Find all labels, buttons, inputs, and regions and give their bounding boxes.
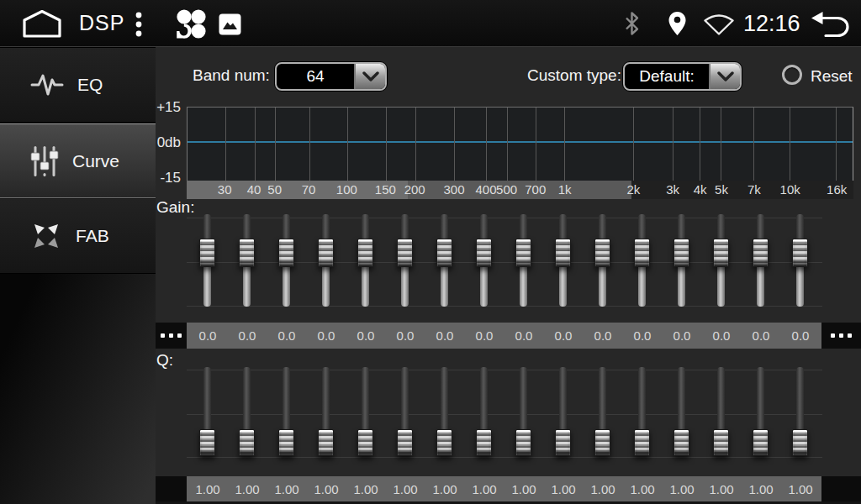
chevron-down-icon[interactable] [354, 64, 385, 89]
gain-slider[interactable] [753, 214, 769, 307]
slider-track-lower[interactable] [362, 265, 369, 307]
q-slider-knob[interactable] [318, 429, 334, 456]
gallery-icon[interactable] [219, 13, 241, 35]
sidebar-item-curve[interactable]: Curve [0, 123, 156, 198]
slider-track-upper[interactable] [203, 367, 211, 431]
slider-track-lower[interactable] [322, 265, 330, 307]
chevron-down-icon[interactable] [709, 64, 740, 89]
slider-track-lower[interactable] [203, 265, 211, 307]
q-slider[interactable] [713, 367, 730, 458]
gain-slider[interactable] [357, 214, 374, 307]
slider-track-upper[interactable] [599, 214, 606, 241]
slider-track-upper[interactable] [599, 367, 606, 431]
gain-scroll-right-button[interactable] [821, 323, 861, 349]
q-slider-knob[interactable] [436, 429, 452, 456]
q-slider[interactable] [476, 367, 493, 458]
slider-track-upper[interactable] [520, 367, 527, 431]
q-slider-knob[interactable] [397, 429, 413, 456]
sidebar-item-fab[interactable]: FAB [0, 199, 156, 274]
slider-track-upper[interactable] [520, 214, 527, 241]
q-slider[interactable] [555, 367, 572, 458]
slider-track-upper[interactable] [480, 214, 488, 241]
slider-track-lower[interactable] [796, 265, 804, 307]
slider-track-upper[interactable] [796, 367, 804, 431]
slider-track-upper[interactable] [796, 214, 804, 241]
q-slider-knob[interactable] [673, 429, 689, 456]
slider-track-lower[interactable] [757, 265, 764, 307]
slider-track-lower[interactable] [520, 265, 527, 307]
slider-track-upper[interactable] [638, 367, 646, 431]
apps-clover-icon[interactable] [176, 9, 207, 39]
slider-track-lower[interactable] [638, 265, 646, 307]
band-num-dropdown[interactable]: 64 [275, 62, 387, 91]
slider-track-lower[interactable] [678, 265, 685, 307]
gain-slider-knob[interactable] [397, 239, 413, 267]
slider-track-lower[interactable] [243, 265, 251, 307]
q-slider-knob[interactable] [476, 429, 492, 456]
gain-slider[interactable] [278, 214, 295, 307]
slider-track-lower[interactable] [401, 265, 409, 307]
slider-track-upper[interactable] [362, 367, 369, 431]
gain-slider-knob[interactable] [278, 239, 294, 267]
slider-track-upper[interactable] [757, 367, 764, 431]
gain-scroll-left-button[interactable] [156, 323, 187, 349]
q-slider[interactable] [318, 367, 335, 458]
q-slider-knob[interactable] [753, 429, 769, 456]
reset-radio-button[interactable] [782, 65, 802, 85]
gain-slider[interactable] [397, 214, 414, 307]
q-slider[interactable] [634, 367, 651, 458]
gain-slider[interactable] [515, 214, 532, 307]
q-slider[interactable] [436, 367, 453, 458]
q-slider-knob[interactable] [792, 429, 808, 456]
q-slider[interactable] [673, 367, 690, 458]
gain-slider-knob[interactable] [634, 239, 650, 267]
slider-track-upper[interactable] [322, 367, 330, 431]
sidebar-item-eq[interactable]: EQ [0, 48, 156, 123]
gain-slider-knob[interactable] [239, 239, 255, 267]
slider-track-upper[interactable] [678, 214, 685, 241]
gain-slider[interactable] [792, 214, 809, 307]
gain-slider-knob[interactable] [515, 239, 531, 267]
slider-track-lower[interactable] [559, 265, 567, 307]
q-slider-knob[interactable] [555, 429, 571, 456]
slider-track-upper[interactable] [243, 214, 251, 241]
q-slider[interactable] [357, 367, 374, 458]
q-slider[interactable] [278, 367, 295, 458]
q-slider-knob[interactable] [239, 429, 255, 456]
gain-slider[interactable] [634, 214, 651, 307]
q-slider[interactable] [792, 367, 809, 458]
chart-plot-area[interactable] [187, 107, 853, 181]
custom-type-dropdown[interactable]: Default: [623, 62, 742, 91]
gain-slider-knob[interactable] [673, 239, 689, 267]
slider-track-lower[interactable] [283, 265, 290, 307]
gain-slider[interactable] [436, 214, 453, 307]
q-slider[interactable] [753, 367, 769, 458]
gain-slider-knob[interactable] [476, 239, 492, 267]
frequency-axis-strip[interactable]: 304050701001502003004005007001k2k3k4k5k7… [187, 181, 853, 199]
slider-track-upper[interactable] [441, 367, 448, 431]
q-slider[interactable] [199, 367, 216, 458]
slider-track-lower[interactable] [717, 265, 725, 307]
q-slider[interactable] [397, 367, 414, 458]
slider-track-lower[interactable] [441, 265, 448, 307]
gain-slider-knob[interactable] [792, 239, 808, 267]
slider-track-upper[interactable] [678, 367, 685, 431]
q-slider-knob[interactable] [278, 429, 294, 456]
gain-slider[interactable] [318, 214, 335, 307]
gain-slider[interactable] [476, 214, 493, 307]
slider-track-upper[interactable] [401, 214, 409, 241]
slider-track-lower[interactable] [599, 265, 606, 307]
gain-slider-knob[interactable] [713, 239, 729, 267]
slider-track-upper[interactable] [480, 367, 488, 431]
gain-slider[interactable] [673, 214, 690, 307]
q-slider[interactable] [594, 367, 611, 458]
q-slider-knob[interactable] [199, 429, 215, 456]
q-slider-knob[interactable] [357, 429, 373, 456]
slider-track-upper[interactable] [717, 367, 725, 431]
gain-slider-knob[interactable] [555, 239, 571, 267]
gain-slider[interactable] [555, 214, 572, 307]
gain-slider[interactable] [713, 214, 730, 307]
q-slider[interactable] [515, 367, 532, 458]
q-slider-knob[interactable] [713, 429, 729, 456]
kebab-menu-icon[interactable] [135, 12, 143, 37]
